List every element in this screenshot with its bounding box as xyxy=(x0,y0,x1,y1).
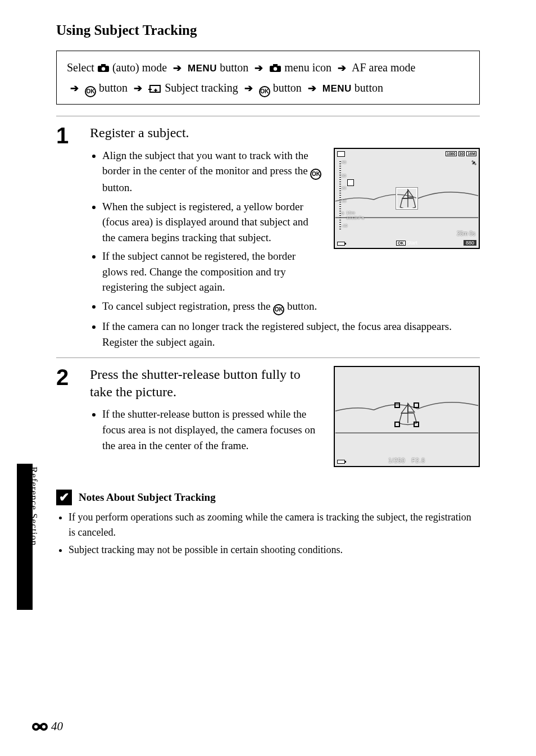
svg-point-11 xyxy=(34,725,38,728)
camera-icon xyxy=(97,59,110,78)
svg-rect-4 xyxy=(273,64,278,66)
step-1-bullets: Align the subject that you want to track… xyxy=(90,148,322,295)
arrow-icon: ➔ xyxy=(134,80,142,97)
focus-brackets xyxy=(394,402,419,427)
arrow-icon: ➔ xyxy=(70,80,79,97)
step-title: Register a subject. xyxy=(90,124,480,142)
top-right-badges: 1080 30 16M xyxy=(446,151,476,156)
list-item: If you perform operations such as zoomin… xyxy=(69,510,480,540)
ok-button-icon: OK xyxy=(259,86,270,97)
ok-button-icon: OK xyxy=(85,86,96,97)
step-1: 1 Register a subject. Align the subject … xyxy=(56,124,480,353)
step-number: 2 xyxy=(56,366,73,467)
nav-text: Select xyxy=(67,61,94,74)
arrow-icon: ➔ xyxy=(255,60,263,77)
camera-icon xyxy=(269,59,281,78)
page-title: Using Subject Tracking xyxy=(56,22,480,38)
nav-text: menu icon xyxy=(284,61,331,74)
step-number: 1 xyxy=(56,124,73,353)
menu-button-label: MENU xyxy=(322,83,352,94)
page-number: 40 xyxy=(51,719,63,734)
list-item: Subject tracking may not be possible in … xyxy=(69,542,480,558)
altitude-pressure-text: 15m 1013hPa xyxy=(346,211,364,221)
subject-tracking-icon xyxy=(149,85,161,93)
menu-button-label: MENU xyxy=(188,63,217,74)
ok-start-label: OK Start xyxy=(396,240,417,246)
nav-text: button xyxy=(355,82,383,94)
monitor-illustration-1: 1080 30 16M 🛰 40 30 20 10 0 -10 xyxy=(334,148,480,249)
camera-mode-icon xyxy=(337,151,345,157)
video-badge: 1080 xyxy=(446,151,457,156)
arrow-icon: ➔ xyxy=(244,80,253,97)
list-item: If the shutter-release button is pressed… xyxy=(102,406,322,453)
battery-icon xyxy=(337,460,345,464)
exposure-readout: 1/250 F2.8 xyxy=(388,458,425,464)
battery-icon xyxy=(337,242,345,246)
gps-icon: 🛰 xyxy=(471,160,476,166)
ok-button-icon: OK xyxy=(273,304,284,315)
navigation-path-box: Select (auto) mode ➔ MENU button ➔ menu … xyxy=(56,51,480,105)
list-item: If the subject cannot be registered, the… xyxy=(102,248,322,295)
arrow-icon: ➔ xyxy=(338,60,346,77)
step-title: Press the shutter-release button fully t… xyxy=(90,366,322,401)
caution-check-icon: ✔ xyxy=(56,490,72,505)
page-footer: 40 xyxy=(31,719,63,734)
nav-text: Subject tracking xyxy=(165,82,238,94)
arrow-icon: ➔ xyxy=(173,60,181,77)
compass-icon xyxy=(347,179,354,186)
list-item: Align the subject that you want to track… xyxy=(102,148,322,196)
page-content: Using Subject Tracking Select (auto) mod… xyxy=(0,0,536,582)
nav-text: button xyxy=(99,82,128,94)
list-item: When the subject is registered, a yellow… xyxy=(102,199,322,246)
nav-text: button xyxy=(220,61,248,74)
notes-bullets: If you perform operations such as zoomin… xyxy=(56,510,480,558)
altitude-gauge: 40 30 20 10 0 -10 xyxy=(337,161,345,231)
list-item: To cancel subject registration, press th… xyxy=(102,298,480,315)
list-item: If the camera can no longer track the re… xyxy=(102,319,480,350)
step-2: 2 Press the shutter-release button fully… xyxy=(56,366,480,467)
nav-text: AF area mode xyxy=(352,61,415,74)
side-tab-label: Reference Section xyxy=(28,467,39,546)
arrow-icon: ➔ xyxy=(308,80,316,97)
notes-section: ✔ Notes About Subject Tracking If you pe… xyxy=(56,490,480,558)
step-1-bullets-cont: To cancel subject registration, press th… xyxy=(90,298,480,350)
divider xyxy=(56,357,480,358)
focus-frame xyxy=(396,188,417,209)
nav-text: button xyxy=(273,82,302,94)
reference-link-icon xyxy=(31,722,50,732)
step-2-bullets: If the shutter-release button is pressed… xyxy=(90,406,322,453)
svg-rect-1 xyxy=(101,64,106,66)
notes-heading: Notes About Subject Tracking xyxy=(79,491,216,504)
mp-badge: 16M xyxy=(466,151,476,156)
svg-point-5 xyxy=(274,67,277,71)
ok-button-icon: OK xyxy=(310,169,321,180)
svg-point-2 xyxy=(102,67,105,71)
monitor-illustration-2: 1/250 F2.8 xyxy=(334,366,480,467)
divider xyxy=(56,116,480,116)
time-remaining: 25m 0s xyxy=(457,230,475,237)
shots-remaining: 880 xyxy=(464,240,476,246)
fps-badge: 30 xyxy=(458,151,465,156)
nav-text: (auto) mode xyxy=(112,61,167,74)
svg-point-12 xyxy=(42,725,46,728)
